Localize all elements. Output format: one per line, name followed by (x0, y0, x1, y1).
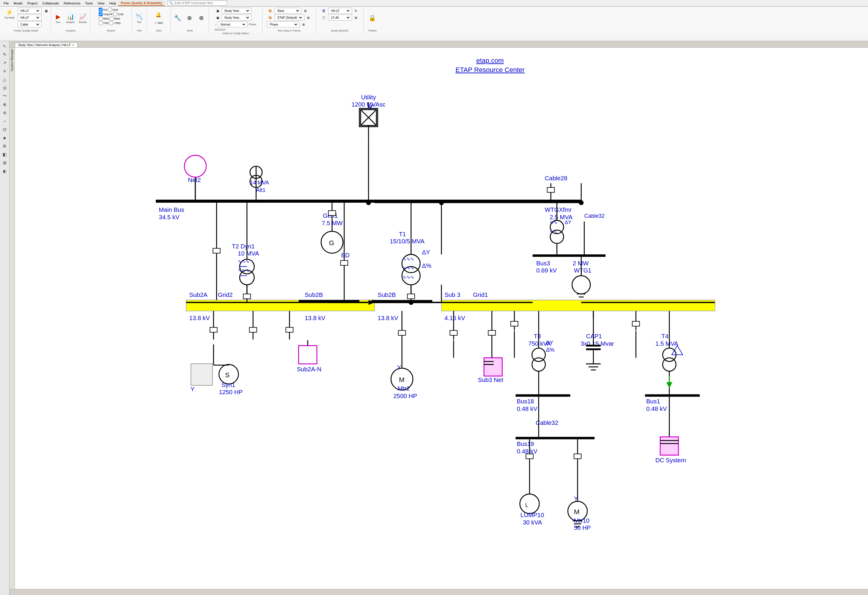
analysis-type-dropdown[interactable]: HA-LF (18, 15, 41, 21)
tool-zoom-out[interactable]: ⊖ (1, 109, 9, 117)
menu-collaborate[interactable]: Collaborate (40, 1, 61, 6)
pq-mode-icon: ⚡ (6, 9, 13, 16)
menu-model[interactable]: Model (11, 1, 25, 6)
tool-grid[interactable]: ⊞ (1, 159, 9, 167)
study-case-select2[interactable]: HA-LF (330, 9, 350, 13)
pv-check[interactable]: %V (99, 8, 107, 12)
study-case-dropdown2[interactable]: HA-LF (328, 8, 352, 14)
analysis-icon2: 📊 (67, 13, 74, 20)
view2-icon[interactable]: ▣ (215, 15, 221, 21)
view1-icon[interactable]: ▣ (215, 8, 221, 14)
tools-btn1[interactable]: 🔧 (173, 10, 183, 27)
analysis-icon3: 📈 (79, 13, 87, 20)
tool-bus[interactable]: ≡ (1, 67, 9, 75)
theme-btn2[interactable]: ⊞ (306, 15, 311, 21)
tab-main[interactable]: Study View | Harmonic Analysis | HA-LF ✕ (15, 43, 78, 47)
analysis-btn2[interactable]: 📊 Analyze (65, 10, 76, 27)
menu-search-box[interactable]: 🔍 (168, 1, 227, 6)
unit-check2[interactable]: /Unit (113, 12, 123, 16)
group-plot-label: Plot (134, 28, 145, 32)
tool-gear[interactable]: ⚙ (1, 142, 9, 150)
trd-check[interactable]: √TRD (109, 21, 120, 25)
base-select[interactable]: Base (276, 9, 300, 13)
menu-tools[interactable]: Tools (83, 1, 95, 6)
svg-rect-138 (398, 330, 406, 335)
pq-mode-icon-btn[interactable]: ⚡ PQ Mode (3, 8, 16, 20)
lf-select[interactable]: LF-All (330, 16, 350, 20)
amppf-check[interactable]: Amp,PF (99, 12, 113, 16)
view2-dropdown[interactable]: Study View (222, 15, 251, 21)
svg-rect-118 (191, 364, 213, 385)
cable-type-dropdown[interactable]: Cable (18, 21, 41, 27)
group-mode-label: Power Quality Mode (3, 28, 49, 32)
lf-icon[interactable]: 📋 (320, 15, 327, 21)
tool-circle[interactable]: ◎ (1, 84, 9, 92)
menu-references[interactable]: References (61, 1, 83, 6)
theme-select[interactable]: ETAP (Default) (276, 16, 303, 20)
run-analysis-btn[interactable]: ▶ Run (53, 10, 63, 27)
thd-check[interactable]: THD (99, 21, 109, 25)
refresh-btn[interactable]: ↻ (353, 8, 359, 14)
base-btn2[interactable]: ⊞ (303, 8, 308, 14)
svg-text:30 kVA: 30 kVA (523, 519, 542, 526)
theme-dropdown[interactable]: ETAP (Default) (275, 15, 304, 21)
tools-btn3[interactable]: ⊗ (196, 10, 207, 27)
group-views-label: Views & Config Status (211, 31, 260, 35)
phase-theme-dropdown[interactable]: Phase (267, 21, 300, 27)
analysis-btn3[interactable]: 📈 Results (77, 10, 88, 27)
lf-btn2[interactable]: ⊞ (353, 15, 359, 21)
svg-text:0.48 kV: 0.48 kV (517, 448, 538, 454)
diagram-area[interactable]: etap.com ETAP Resource Center Utility 12… (15, 47, 868, 595)
svg-rect-182 (526, 454, 533, 459)
rms-check2[interactable]: RMS (110, 17, 120, 21)
predict-btn[interactable]: 🔒 (367, 10, 378, 27)
tool-wave[interactable]: 〜 (1, 92, 9, 100)
tool-arrow[interactable]: ↔ (1, 117, 9, 125)
menu-project[interactable]: Project (25, 1, 40, 6)
view1-select[interactable]: Study View (223, 9, 250, 13)
svg-text:DC System: DC System (655, 457, 686, 463)
lf-dropdown[interactable]: LF-All (328, 15, 352, 21)
view1-dropdown[interactable]: Study View (222, 8, 251, 14)
rms-check1[interactable]: RMS (99, 17, 109, 21)
tab-close-btn[interactable]: ✕ (72, 43, 74, 47)
base-dropdown[interactable]: Base (275, 8, 301, 14)
study-case-dropdown[interactable]: HA-LF (18, 8, 41, 14)
base-icon[interactable]: 🎨 (267, 8, 273, 14)
tool-edit[interactable]: ✎ (1, 50, 9, 58)
analysis-label3: Results (79, 21, 87, 24)
study-case-select[interactable]: HA-LF (19, 9, 40, 13)
svg-text:Grid2: Grid2 (218, 291, 233, 298)
phase-dropdown[interactable]: Normal (218, 21, 248, 27)
analysis-type-select[interactable]: HA-LF (19, 16, 40, 20)
system-manager-label: System Manager (10, 49, 14, 71)
svg-text:Utility: Utility (361, 94, 376, 101)
tool-line[interactable]: ↗ (1, 59, 9, 67)
study-wizard-icon[interactable]: 🔮 (320, 8, 327, 14)
svg-rect-88 (441, 300, 715, 311)
menu-view[interactable]: View (95, 1, 107, 6)
tools-btn2[interactable]: ⊕ (184, 10, 195, 27)
view2-select[interactable]: Study View (223, 16, 250, 20)
alert-btn[interactable]: 🔔 (153, 10, 164, 19)
tool-select[interactable]: ↖ (1, 42, 9, 50)
tool-half[interactable]: ◧ (1, 151, 9, 158)
menu-power-quality[interactable]: Power Quality & Reliability (118, 1, 164, 6)
menu-file[interactable]: File (1, 1, 11, 6)
search-input[interactable] (174, 1, 226, 5)
tool-box[interactable]: ⊡ (1, 126, 9, 133)
phase-theme-select[interactable]: Phase (269, 22, 298, 27)
tool-diamond[interactable]: ◈ (1, 134, 9, 142)
tool-zoom-in[interactable]: ⊕ (1, 101, 9, 108)
unit-check1[interactable]: /Unit (108, 8, 118, 12)
plot-btn[interactable]: 📉 Plot (134, 10, 145, 27)
options-btn[interactable]: ▦ (43, 8, 49, 14)
cable-type-select[interactable]: Cable (19, 22, 40, 27)
theme-icon[interactable]: 🎨 (267, 15, 273, 21)
menu-help[interactable]: Help (107, 1, 119, 6)
tool-triangle[interactable]: △ (1, 75, 9, 83)
phase-select[interactable]: Normal (219, 22, 246, 27)
tool-half-circle[interactable]: ◐ (1, 167, 9, 175)
alert-check[interactable]: ✓ Alert (153, 20, 164, 26)
phase-btn2[interactable]: ⊞ (301, 21, 306, 27)
